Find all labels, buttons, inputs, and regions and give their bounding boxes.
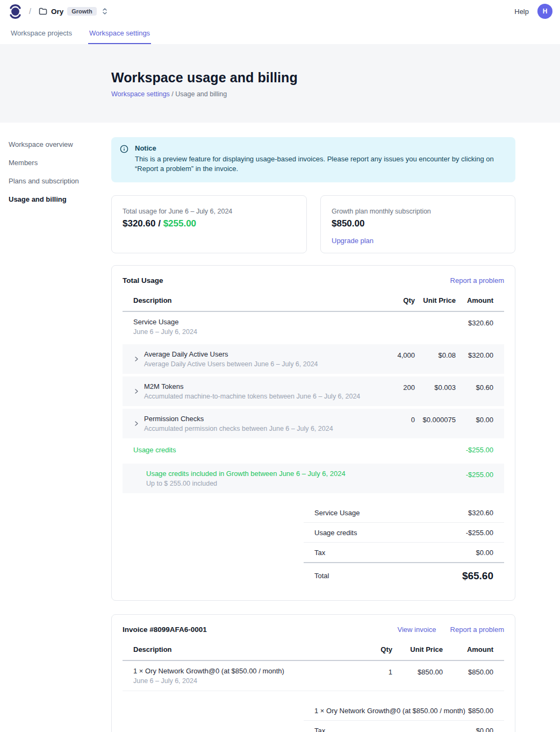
table-row-usage-credit-detail: Usage credits included in Growth between… [123, 464, 504, 493]
row-qty: 200 [376, 382, 415, 392]
breadcrumb-workspace-settings-link[interactable]: Workspace settings [111, 90, 170, 98]
usage-card-title: Total Usage [123, 276, 163, 285]
notice-title: Notice [135, 144, 507, 152]
row-unit-price: $0.003 [415, 382, 456, 392]
chevron-right-icon[interactable] [133, 421, 139, 427]
summary-row: Tax $0.00 [304, 721, 504, 732]
col-description: Description [133, 296, 376, 304]
folder-icon [39, 8, 47, 15]
usage-table: Description Qty Unit Price Amount Servic… [123, 293, 504, 493]
invoice-report-problem-link[interactable]: Report a problem [450, 626, 504, 634]
main-panel: Notice This is a preview feature for dis… [111, 137, 515, 732]
row-qty: 4,000 [376, 350, 415, 359]
row-title: Service Usage [133, 318, 376, 326]
plan-card-value: $850.00 [332, 218, 504, 229]
row-amount: $0.00 [456, 415, 493, 424]
usage-summary: Service Usage $320.60 Usage credits -$25… [304, 503, 504, 587]
view-invoice-link[interactable]: View invoice [398, 626, 436, 634]
usage-report-problem-link[interactable]: Report a problem [450, 276, 504, 285]
summary-row: Usage credits -$255.00 [304, 523, 504, 543]
notice-content: Notice This is a preview feature for dis… [135, 144, 507, 174]
summary-total-row: Total $65.60 [304, 563, 504, 587]
sidebar-item-usage-and-billing[interactable]: Usage and billing [9, 192, 111, 207]
total-usage-card: Total usage for June 6 – July 6, 2024 $3… [111, 195, 307, 253]
plan-subscription-card: Growth plan monthly subscription $850.00… [320, 195, 515, 253]
row-title: 1 × Ory Network Growth@0 (at $850.00 / m… [133, 667, 360, 675]
upgrade-plan-link[interactable]: Upgrade plan [332, 237, 374, 245]
workspace-switcher[interactable]: Ory Growth [39, 7, 108, 16]
chevron-up-down-icon[interactable] [102, 7, 108, 16]
summary-row: Tax $0.00 [304, 543, 504, 563]
col-qty: Qty [360, 645, 392, 653]
invoice-card-header: Invoice #8099AFA6-0001 View invoice Repo… [123, 626, 504, 634]
top-bar: / Ory Growth Help H [0, 0, 560, 23]
row-unit-price: $0.08 [415, 350, 456, 359]
invoice-summary: 1 × Ory Network Growth@0 (at $850.00 / m… [304, 701, 504, 732]
invoice-table-header: Description Qty Unit Price Amount [123, 642, 504, 661]
row-amount: -$255.00 [456, 446, 493, 454]
breadcrumb: Workspace settings / Usage and billing [111, 90, 560, 98]
table-row-expandable[interactable]: M2M Tokens Accumulated machine-to-machin… [123, 376, 504, 406]
page-title: Workspace usage and billing [111, 70, 560, 86]
row-amount: $0.60 [456, 382, 493, 392]
total-value: $65.60 [462, 570, 493, 582]
row-subtitle: Accumulated machine-to-machine tokens be… [144, 393, 360, 400]
info-icon [120, 144, 128, 174]
table-row: Service Usage June 6 – July 6, 2024 $320… [123, 312, 504, 342]
summary-cards: Total usage for June 6 – July 6, 2024 $3… [111, 195, 515, 253]
summary-label: Service Usage [314, 509, 360, 517]
row-title: Usage credits included in Growth between… [146, 470, 376, 478]
summary-label: Tax [314, 549, 325, 557]
avatar[interactable]: H [537, 4, 552, 19]
summary-value: $850.00 [468, 707, 493, 715]
workspace-name: Ory [51, 8, 63, 16]
table-row-expandable[interactable]: Permission Checks Accumulated permission… [123, 409, 504, 438]
chevron-right-icon[interactable] [133, 356, 139, 362]
table-row-expandable[interactable]: Average Daily Active Users Average Daily… [123, 344, 504, 374]
row-unit-price: $850.00 [392, 667, 443, 676]
row-title: Usage credits [133, 446, 376, 454]
total-usage-table-card: Total Usage Report a problem Description… [111, 265, 515, 601]
summary-label: Tax [314, 727, 325, 732]
summary-value: -$255.00 [466, 529, 493, 537]
col-description: Description [133, 645, 360, 653]
row-title: Permission Checks [144, 415, 333, 423]
topbar-right: Help H [514, 4, 552, 19]
row-subtitle: Average Daily Active Users between June … [144, 360, 318, 368]
row-title: M2M Tokens [144, 382, 360, 390]
col-qty: Qty [376, 296, 415, 304]
plan-badge: Growth [67, 7, 97, 16]
col-unit-price: Unit Price [392, 645, 443, 653]
sidebar-item-workspace-overview[interactable]: Workspace overview [9, 137, 111, 152]
summary-value: $320.60 [468, 509, 493, 517]
ory-logo-icon[interactable] [9, 3, 23, 19]
table-row-usage-credits: Usage credits -$255.00 [123, 438, 504, 461]
summary-row: 1 × Ory Network Growth@0 (at $850.00 / m… [304, 701, 504, 721]
notice-body: This is a preview feature for displaying… [135, 154, 507, 174]
row-amount: $320.60 [456, 318, 493, 327]
invoice-card: Invoice #8099AFA6-0001 View invoice Repo… [111, 614, 515, 732]
row-qty: 1 [360, 667, 392, 676]
workspace-tabs: Workspace projects Workspace settings [0, 23, 560, 44]
settings-sidebar: Workspace overview Members Plans and sub… [0, 137, 111, 732]
invoice-title: Invoice #8099AFA6-0001 [123, 626, 207, 634]
row-amount: $850.00 [443, 667, 493, 676]
sidebar-item-plans-and-subscription[interactable]: Plans and subscription [9, 174, 111, 189]
sidebar-item-members[interactable]: Members [9, 155, 111, 170]
row-subtitle: June 6 – July 6, 2024 [133, 677, 360, 685]
row-subtitle: Up to $ 255.00 included [146, 480, 376, 487]
total-usage-card-label: Total usage for June 6 – July 6, 2024 [123, 208, 296, 215]
usage-amount: $320.60 / [123, 218, 163, 229]
help-link[interactable]: Help [514, 8, 529, 16]
row-amount: $320.00 [456, 350, 493, 359]
usage-card-header: Total Usage Report a problem [123, 276, 504, 285]
tab-workspace-settings[interactable]: Workspace settings [88, 26, 151, 44]
content-area: Workspace overview Members Plans and sub… [0, 123, 560, 732]
tab-workspace-projects[interactable]: Workspace projects [10, 26, 73, 44]
row-subtitle: June 6 – July 6, 2024 [133, 328, 376, 336]
row-unit-price: $0.000075 [415, 415, 456, 424]
total-label: Total [314, 572, 329, 580]
chevron-right-icon[interactable] [133, 388, 139, 394]
row-title: Average Daily Active Users [144, 350, 318, 358]
summary-value: $0.00 [476, 549, 493, 557]
